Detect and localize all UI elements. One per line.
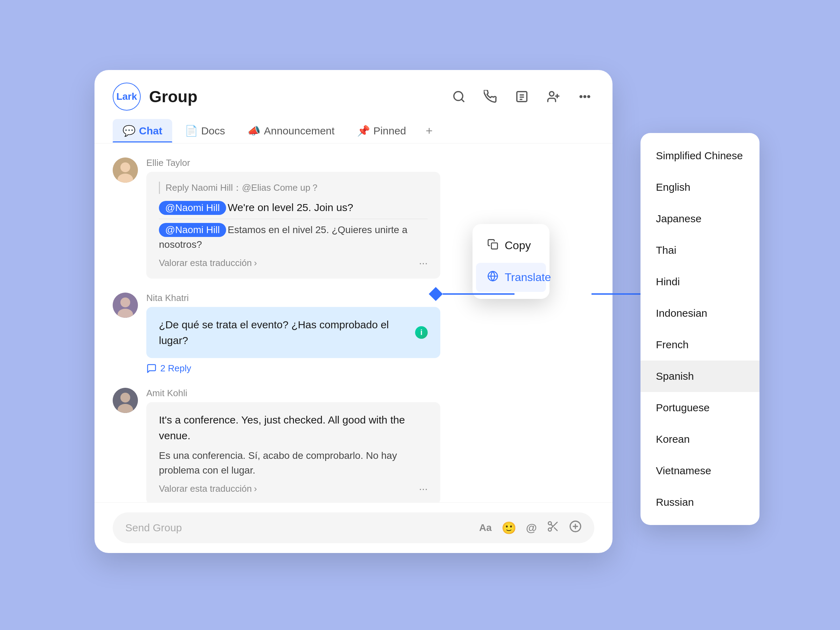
svg-point-6 [549, 92, 554, 96]
lang-portuguese[interactable]: Portuguese [641, 392, 759, 423]
lang-thai[interactable]: Thai [641, 235, 759, 266]
more-icon[interactable] [575, 87, 594, 106]
bubble-nita: ¿De qué se trata el evento? ¿Has comprob… [146, 307, 440, 358]
chevron-right-icon2: › [254, 483, 257, 494]
add-icon[interactable] [569, 520, 582, 535]
lark-logo-text: Lark [116, 91, 137, 102]
copy-icon [487, 239, 498, 253]
announcement-tab-icon: 📣 [248, 125, 261, 137]
message-content-amit: Amit Kohli It's a conference. Yes, just … [146, 388, 440, 502]
lang-japanese[interactable]: Japanese [641, 203, 759, 235]
lang-russian[interactable]: Russian [641, 486, 759, 518]
valorar-text-amit: Valorar esta traducción [159, 483, 252, 494]
tab-docs[interactable]: 📄 Docs [175, 119, 235, 142]
bubble-amit: It's a conference. Yes, just checked. Al… [146, 402, 440, 502]
message-content-ellie: Ellie Taylor Reply Naomi Hill：@Elias Com… [146, 158, 440, 279]
chevron-right-icon: › [254, 257, 257, 268]
tab-chat-label: Chat [139, 125, 163, 137]
mention-naomi2[interactable]: @Naomi Hill [159, 223, 226, 237]
more-btn-amit[interactable]: ··· [419, 483, 428, 494]
chat-tab-icon: 💬 [123, 125, 136, 137]
lang-vietnamese[interactable]: Vietnamese [641, 455, 759, 486]
chat-input-area: Send Group Aa 🙂 @ [95, 502, 613, 553]
translate-footer-ellie: Valorar esta traducción › ··· [159, 257, 428, 269]
msg-text-nita: ¿De qué se trata el evento? ¿Has comprob… [159, 317, 408, 348]
chat-input-bar[interactable]: Send Group Aa 🙂 @ [113, 512, 594, 543]
svg-point-10 [584, 96, 586, 98]
scene: Lark Group [52, 35, 788, 595]
copy-label: Copy [505, 239, 531, 252]
tabs: 💬 Chat 📄 Docs 📣 Announcement 📌 Pinned + [113, 118, 594, 143]
copy-button[interactable]: Copy [476, 231, 546, 260]
lang-spanish[interactable]: Spanish [641, 360, 759, 392]
header-icons [449, 87, 594, 106]
avatar-nita [113, 293, 138, 318]
add-tab-button[interactable]: + [418, 118, 440, 143]
add-user-icon[interactable] [544, 87, 563, 106]
mention-translated-line: @Naomi Hill Estamos en el nivel 25. ¿Qui… [159, 223, 428, 252]
translate-button[interactable]: Translate [476, 263, 546, 292]
msg-text-ellie: We're on level 25. Join us? [227, 202, 353, 213]
tab-announcement-label: Announcement [264, 125, 335, 137]
lang-french[interactable]: French [641, 329, 759, 360]
svg-point-16 [120, 297, 130, 307]
phone-icon[interactable] [481, 87, 500, 106]
reply-quote-ellie: Reply Naomi Hill：@Elias Come up？ [159, 182, 428, 194]
sender-nita: Nita Khatri [146, 293, 440, 303]
message-content-nita: Nita Khatri ¿De qué se trata el evento? … [146, 293, 440, 374]
svg-point-11 [588, 96, 590, 98]
svg-point-9 [580, 96, 582, 98]
svg-point-19 [120, 393, 130, 403]
chat-header: Lark Group [95, 70, 613, 144]
reply-text-ellie: Reply Naomi Hill：@Elias Come up？ [166, 182, 319, 193]
search-icon[interactable] [449, 87, 468, 106]
tab-announcement[interactable]: 📣 Announcement [238, 119, 344, 142]
mention-icon[interactable]: @ [526, 521, 537, 534]
header-top: Lark Group [113, 83, 594, 111]
tab-pinned[interactable]: 📌 Pinned [347, 119, 416, 142]
header-left: Lark Group [113, 83, 197, 111]
lang-english[interactable]: English [641, 172, 759, 203]
valorar-link-amit[interactable]: Valorar esta traducción › [159, 483, 257, 494]
avatar-ellie [113, 158, 138, 183]
input-icons: Aa 🙂 @ [479, 520, 582, 535]
sender-ellie: Ellie Taylor [146, 158, 440, 168]
translate-label: Translate [505, 271, 551, 284]
message-nita: Nita Khatri ¿De qué se trata el evento? … [113, 293, 594, 374]
svg-line-1 [461, 99, 464, 101]
svg-rect-29 [491, 243, 497, 249]
translated-text-amit: Es una conferencia. Sí, acabo de comprob… [159, 448, 428, 478]
pinned-tab-icon: 📌 [357, 125, 370, 137]
language-panel: Simplified Chinese English Japanese Thai… [641, 133, 759, 525]
scissors-icon[interactable] [547, 520, 559, 535]
input-placeholder[interactable]: Send Group [125, 522, 469, 534]
font-size-icon[interactable]: Aa [479, 522, 492, 534]
avatar-amit [113, 388, 138, 413]
lang-hindi[interactable]: Hindi [641, 266, 759, 297]
svg-line-25 [551, 524, 553, 526]
chat-body: Ellie Taylor Reply Naomi Hill：@Elias Com… [95, 144, 613, 502]
tab-chat[interactable]: 💬 Chat [113, 119, 172, 142]
bubble-ellie: Reply Naomi Hill：@Elias Come up？ @Naomi … [146, 172, 440, 279]
svg-point-13 [120, 163, 130, 172]
msg-text-amit: It's a conference. Yes, just checked. Al… [159, 412, 428, 444]
lang-korean[interactable]: Korean [641, 423, 759, 455]
lang-simplified-chinese[interactable]: Simplified Chinese [641, 140, 759, 172]
docs-tab-icon: 📄 [185, 125, 198, 137]
emoji-icon[interactable]: 🙂 [502, 521, 516, 535]
reply-count-text-nita: 2 Reply [160, 363, 191, 374]
reply-count-nita[interactable]: 2 Reply [146, 363, 440, 374]
more-btn-ellie[interactable]: ··· [419, 257, 428, 269]
tab-docs-label: Docs [201, 125, 225, 137]
translated-section-ellie: @Naomi Hill Estamos en el nivel 25. ¿Qui… [159, 219, 428, 252]
mention-naomi1[interactable]: @Naomi Hill [159, 201, 226, 215]
message-amit: Amit Kohli It's a conference. Yes, just … [113, 388, 594, 502]
group-title: Group [149, 87, 197, 106]
valorar-link-ellie[interactable]: Valorar esta traducción › [159, 257, 257, 268]
info-icon[interactable] [512, 87, 531, 106]
lang-indonesian[interactable]: Indonesian [641, 297, 759, 329]
valorar-text-ellie: Valorar esta traducción [159, 257, 252, 268]
chat-window: Lark Group [95, 70, 613, 553]
translate-icon [487, 270, 498, 284]
nita-msg-row: ¿De qué se trata el evento? ¿Has comprob… [159, 317, 428, 348]
